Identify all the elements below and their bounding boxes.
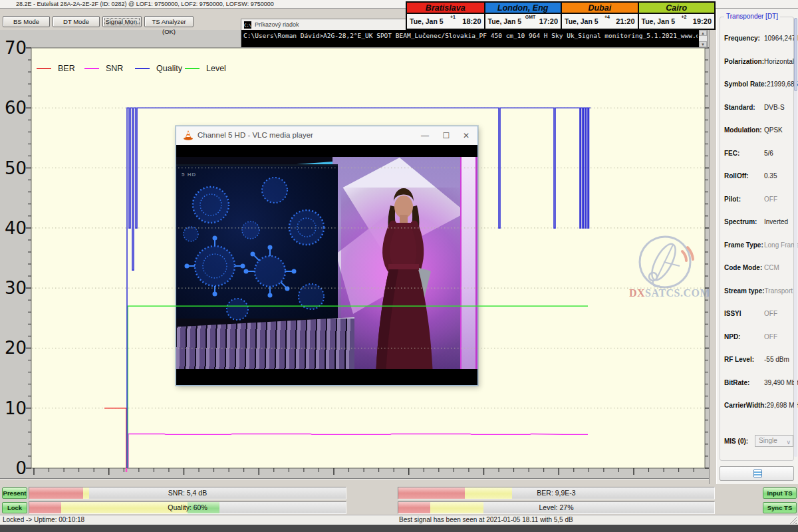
transponder-field: Pilot:OFF [720,196,795,219]
clock-offset: +2 [675,15,693,19]
clock-date: Tue, Jan 5 [488,17,522,25]
ber-line-swatch [37,68,51,69]
chart-bottom-divider [0,478,709,479]
resize-grip[interactable] [789,517,797,524]
ber-bar: BER: 9,9E-3 [398,487,715,499]
tab-dt-mode[interactable]: DT Mode [53,16,100,27]
transponder-groupbox: Transponder [DT] Frequency:10964,247 MHz… [720,17,794,461]
transponder-field: Code Mode:CCM [720,264,795,287]
transponder-field: RollOff:0.35 [720,172,795,196]
transponder-fields: Frequency:10964,247 MHz Polarization:Hor… [720,35,795,425]
clock-dubai: Dubai Tue, Jan 5+421:20 [561,3,638,29]
clock-date: Tue, Jan 5 [642,17,676,25]
transponder-panel: Transponder [DT] Frequency:10964,247 MHz… [717,9,798,484]
studio-desk [176,317,354,377]
panel-splitter[interactable] [709,9,717,484]
legend-ber: BER [37,64,75,73]
chevron-down-icon: ∨ [786,437,791,448]
clock-london: London, Eng Tue, Jan 5GMT17:20 [484,3,561,29]
transponder-field: Frame Type:Long Frame [720,241,795,265]
clock-offset: GMT [521,15,539,19]
vlc-titlebar[interactable]: Channel 5 HD - VLC media player — ☐ ✕ [176,126,477,145]
transponder-field: Polarization:Horizontal [720,58,795,81]
clock-time: 21:20 [616,17,634,25]
minimize-icon[interactable]: — [415,126,435,145]
vlc-video[interactable]: 5 HD [176,145,477,385]
signal-bars-area: Present SNR: 5,4 dB BER: 9,9E-3 Input TS… [0,484,798,515]
level-bar-label: Level: 27% [398,502,714,513]
mis-row: MIS (0): Single ∨ [724,435,793,447]
transponder-field: CarrierWidth:29,698 MHz [720,402,795,425]
transponder-field: Symbol Rate:21999,685 KS/s [720,80,795,104]
clock-offset: +1 [444,15,463,19]
transponder-field: Frequency:10964,247 MHz [720,35,795,58]
quality-bar-label: Quality: 60% [29,502,346,513]
transponder-field: NPD:OFF [720,333,795,356]
ber-bar-label: BER: 9,9E-3 [398,487,714,499]
y-axis-label: 50 [0,158,27,178]
window-title: 28.2E - Eutelsat 28A-2A-2E-2F (ID: 0282)… [16,1,274,7]
y-axis-label: 60 [0,98,27,118]
legend-level: Level [185,64,226,73]
transponder-field: Modulation:QPSK [720,126,795,150]
snr-line-swatch [84,68,99,69]
sync-ts-button[interactable]: Sync TS [763,502,797,513]
video-frame: 5 HD [176,151,477,377]
watermark-rest: SATCS.COM [645,287,710,299]
mis-dropdown[interactable]: Single ∨ [755,435,793,447]
panel-action-button[interactable] [720,466,794,481]
letterbox-bottom [176,369,477,377]
svg-text:DXSATCS.COM: DXSATCS.COM [629,287,710,299]
window-bottom-edge [0,525,798,532]
vlc-cone-icon [183,130,194,141]
clock-bratislava: Bratislava Tue, Jan 5+118:20 [407,3,484,29]
scroll-down-icon[interactable]: ▼ [699,41,707,47]
snr-bar: SNR: 5,4 dB [29,487,346,499]
y-axis-label: 20 [0,338,27,358]
tab-ts-analyzer[interactable]: TS Analyzer (OK) [144,16,194,27]
clock-time: 18:20 [462,17,481,25]
virus-graphic-screen: 5 HD [176,164,338,319]
letterbox-top [176,151,477,157]
present-button[interactable]: Present [2,487,27,499]
transponder-title: Transponder [DT] [724,13,780,20]
panel-scroll-thumb[interactable] [794,18,797,91]
panel-scrollbar[interactable] [794,18,797,457]
transponder-field: Standard:DVB-S [720,104,795,127]
tab-bs-mode[interactable]: BS Mode [3,16,50,27]
cmd-console[interactable]: C:\Users\Roman Dávid>A2G-28,2°E_UK SPOT … [241,30,707,47]
clock-cairo: Cairo Tue, Jan 5+219:20 [638,3,715,29]
status-bar: Locked -> Uptime: 00:10:18 Best signal h… [0,515,798,525]
input-ts-button[interactable]: Input TS [763,487,797,499]
snr-bar-label: SNR: 5,4 dB [29,487,346,499]
vlc-window: Channel 5 HD - VLC media player — ☐ ✕ [176,126,478,386]
world-clocks: Bratislava Tue, Jan 5+118:20 London, Eng… [406,1,716,30]
watermark-dx: DX [629,287,645,299]
scroll-up-icon[interactable]: ▲ [699,30,707,36]
transponder-field: Stream type:Transport [720,287,795,311]
maximize-icon[interactable]: ☐ [436,126,456,145]
level-bar: Level: 27% [398,501,715,514]
legend-snr: SNR [84,64,123,73]
list-icon [753,469,762,477]
clock-city: Cairo [639,3,715,14]
transponder-field: RF Level:-55 dBm [720,356,795,379]
presenter [364,186,444,377]
y-axis-label: 10 [0,398,27,418]
clock-city: Dubai [562,3,638,14]
clock-offset: +4 [598,15,616,19]
cmd-prompt-text: C:\Users\Roman Dávid>A2G-28,2°E_UK SPOT … [243,32,698,39]
close-icon[interactable]: ✕ [456,126,476,145]
cmd-scrollbar[interactable]: ▲ ▼ [699,30,707,47]
vlc-window-title: Channel 5 HD - VLC media player [198,131,313,139]
cmd-icon: C:\ [244,21,251,29]
y-axis-label: 40 [0,218,27,238]
clock-date: Tue, Jan 5 [565,17,598,25]
clock-time: 17:20 [539,17,558,25]
transponder-field: Spectrum:Inverted [720,218,795,241]
cmd-window-title: Príkazový riadok [255,21,299,28]
tab-signal-mon[interactable]: Signal Mon. [102,16,142,27]
studio-right-pillar [460,151,477,377]
lock-button[interactable]: Lock [2,502,27,513]
legend-quality: Quality [135,64,182,73]
